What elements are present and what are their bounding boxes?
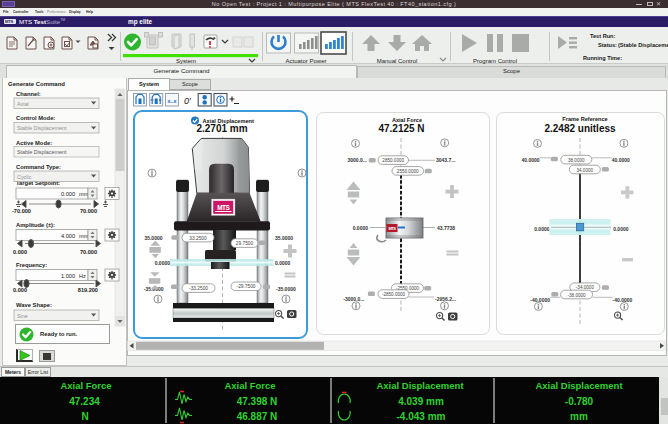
svg-text:(Stable Displacement: (Stable Displacement	[618, 41, 668, 47]
svg-text:Program Control: Program Control	[473, 58, 517, 64]
svg-text:-33.2500: -33.2500	[189, 286, 208, 291]
svg-text:40.0000: 40.0000	[612, 157, 630, 163]
svg-text:-2956.2...: -2956.2...	[435, 296, 457, 302]
svg-text:819.200: 819.200	[78, 287, 98, 293]
svg-text:1.000: 1.000	[61, 273, 75, 279]
svg-text:35.0000: 35.0000	[275, 235, 293, 241]
svg-text:43.7738: 43.7738	[437, 225, 455, 231]
svg-text:Sine: Sine	[17, 313, 28, 319]
svg-text:mm: mm	[570, 411, 588, 422]
svg-text:Axial Displacement: Axial Displacement	[376, 380, 464, 391]
svg-text:Axial Displacement: Axial Displacement	[535, 380, 623, 391]
svg-text:2850.0000: 2850.0000	[382, 158, 404, 163]
svg-text:-2850.0000: -2850.0000	[382, 292, 406, 297]
svg-text:0.0000: 0.0000	[613, 226, 629, 232]
svg-text:Command Type:: Command Type:	[16, 164, 61, 170]
svg-text:0.0000: 0.0000	[275, 260, 291, 266]
svg-text:-40.0000: -40.0000	[530, 297, 550, 303]
svg-text:2.2701 mm: 2.2701 mm	[196, 123, 247, 134]
svg-text:0.0000: 0.0000	[534, 226, 550, 232]
svg-text:34.0000: 34.0000	[576, 168, 593, 173]
svg-text:Actuator Power: Actuator Power	[285, 58, 326, 64]
svg-text:4.039 mm: 4.039 mm	[398, 396, 444, 407]
svg-text:-70.000: -70.000	[12, 208, 31, 214]
svg-text:40.0000: 40.0000	[522, 157, 540, 163]
svg-text:3043.7...: 3043.7...	[436, 157, 456, 163]
svg-text:Test Run:: Test Run:	[590, 32, 616, 38]
svg-text:Channel:: Channel:	[16, 91, 41, 97]
svg-text:-4.043 mm: -4.043 mm	[397, 411, 446, 422]
svg-text:2.2482 unitless: 2.2482 unitless	[544, 123, 616, 134]
svg-text:47.2125 N: 47.2125 N	[378, 123, 424, 134]
svg-text:Amplitude (±):: Amplitude (±):	[16, 222, 55, 228]
svg-text:0.0000: 0.0000	[353, 225, 369, 231]
svg-text:29.7500: 29.7500	[236, 241, 254, 246]
svg-text:4.000: 4.000	[61, 233, 75, 239]
svg-text:Stable Displacement: Stable Displacement	[17, 149, 67, 155]
svg-text:MTS: MTS	[217, 204, 230, 211]
svg-text:70.000: 70.000	[80, 208, 97, 214]
svg-text:0.0000: 0.0000	[155, 260, 171, 266]
svg-text:mm: mm	[79, 191, 89, 197]
svg-text:Control Mode:: Control Mode:	[16, 115, 55, 121]
svg-text:47.398 N: 47.398 N	[237, 396, 278, 407]
svg-text:Axial Force: Axial Force	[60, 380, 111, 391]
svg-text:0.000: 0.000	[13, 287, 27, 293]
svg-text:MTS: MTS	[388, 226, 396, 231]
svg-text:System: System	[176, 58, 196, 64]
svg-text:0.000: 0.000	[61, 191, 75, 197]
svg-text:-38.0000: -38.0000	[568, 293, 587, 298]
svg-text:mm: mm	[79, 233, 89, 239]
svg-text:Running Time:: Running Time:	[583, 54, 622, 60]
svg-text:Hz: Hz	[79, 273, 86, 279]
svg-text:0′: 0′	[184, 96, 191, 106]
svg-text:N: N	[81, 411, 88, 422]
svg-text:0.000: 0.000	[13, 249, 27, 255]
svg-text:-40.0000: -40.0000	[613, 297, 633, 303]
svg-text:2550.0000: 2550.0000	[397, 169, 419, 174]
svg-text:38.0000: 38.0000	[568, 158, 585, 163]
svg-text:Axial Force: Axial Force	[392, 117, 422, 123]
svg-text:3000.0...: 3000.0...	[348, 157, 368, 163]
svg-text:Active Mode:: Active Mode:	[16, 140, 52, 146]
svg-text:Wave Shape:: Wave Shape:	[16, 302, 52, 308]
svg-text:Stable Displacement: Stable Displacement	[17, 125, 67, 131]
svg-text:-3000.0...: -3000.0...	[343, 296, 365, 302]
svg-text:x..x: x..x	[167, 98, 177, 104]
svg-text:Status:: Status:	[598, 41, 617, 47]
svg-text:Manual Control: Manual Control	[377, 58, 418, 64]
svg-text:-29.7500: -29.7500	[237, 284, 256, 289]
svg-text:70.000: 70.000	[80, 249, 97, 255]
svg-text:-35.0000: -35.0000	[276, 286, 296, 292]
svg-text:Cyclic: Cyclic	[17, 174, 32, 180]
svg-text:47.234: 47.234	[69, 396, 100, 407]
svg-text:-34.0000: -34.0000	[576, 285, 595, 290]
svg-text:Axial Force: Axial Force	[224, 380, 275, 391]
svg-text:Frame Reference: Frame Reference	[562, 116, 607, 122]
svg-text:46.887 N: 46.887 N	[237, 411, 278, 422]
svg-text:35.0000: 35.0000	[144, 235, 162, 241]
svg-text:Frequency:: Frequency:	[16, 262, 47, 268]
svg-text:Axial: Axial	[17, 101, 29, 107]
svg-text:-0.780: -0.780	[565, 396, 594, 407]
svg-text:33.2500: 33.2500	[189, 236, 207, 241]
